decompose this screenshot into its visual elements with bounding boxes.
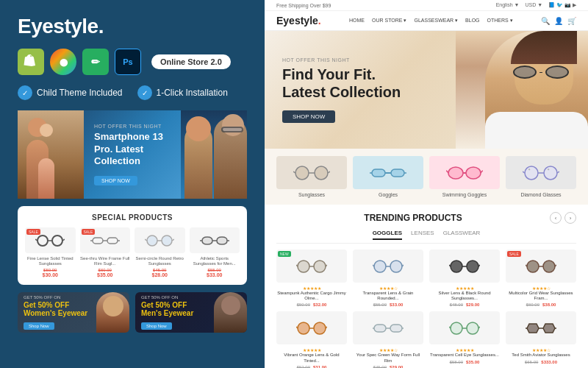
price-new-7: $35.00 (466, 360, 479, 364)
trending-img-5 (276, 311, 347, 344)
trending-img-7 (429, 311, 500, 344)
trending-title: TRENDING PRODUCTS (276, 213, 550, 223)
next-arrow[interactable]: › (564, 212, 576, 224)
trending-glasses-5 (296, 321, 327, 336)
social-icons: 📘 🐦 📷 ▶ (548, 2, 576, 8)
price-old-3: $48.00 (450, 302, 463, 307)
price-old-7: $58.00 (450, 360, 463, 364)
svg-point-11 (162, 236, 172, 246)
product-image-4 (190, 227, 240, 253)
product-price-new-3: $28.00 (135, 272, 185, 277)
topbar-text: Free Shipping Over $99 (276, 3, 331, 8)
svg-point-39 (314, 261, 326, 272)
trending-prices-5: $52.00 $31.00 (276, 365, 347, 368)
svg-rect-24 (391, 169, 404, 177)
trending-prices-1: $50.00 $32.00 (276, 302, 347, 307)
svg-point-19 (315, 166, 328, 180)
nav-others[interactable]: OTHERS ▾ (487, 18, 513, 24)
topbar-right: English ▼ USD ▼ 📘 🐦 📷 ▶ (496, 2, 576, 8)
trending-img-6 (353, 311, 423, 344)
stars-4: ★★★★☆ (506, 286, 576, 291)
svg-rect-6 (107, 238, 118, 244)
trending-item-2: ★★★★☆ Transparent Lens & Grain Rounded..… (353, 250, 423, 307)
product-item-2: SALE See-thru Wire Frame Full Rim Sugl..… (80, 227, 131, 277)
trending-tabs: GOGGLES LENSES GLASSWEAR (276, 230, 576, 244)
trending-img-8 (506, 311, 576, 344)
user-icon[interactable]: 👤 (554, 17, 563, 25)
svg-point-10 (147, 236, 157, 246)
site-hero-tag: HOT OFFER THIS NIGHT (282, 57, 570, 63)
nav-glasseswear[interactable]: GLASSESWEAR ▾ (414, 18, 458, 24)
swimming-goggles-svg (446, 165, 483, 181)
trending-item-7: ★★★★★ Transparent Cell Eye Sunglasses...… (429, 311, 500, 368)
svg-rect-63 (374, 325, 386, 332)
offer-men-button[interactable]: Shop Now (141, 322, 172, 330)
category-img-swimming (429, 156, 500, 189)
svg-point-1 (52, 236, 62, 246)
product-name-3: Semi-circle Round Retro Sunglasses (135, 256, 185, 266)
product-name-4: Athletic Sports Sunglasses for Men... (190, 256, 240, 266)
sunglasses-svg (293, 165, 330, 181)
site-topbar: Free Shipping Over $99 English ▼ USD ▼ 📘… (265, 0, 588, 11)
svg-point-58 (298, 322, 309, 334)
child-theme-feature: ✓ Child Theme Included (18, 85, 123, 100)
category-img-goggles (353, 156, 423, 189)
product-image-2: SALE (80, 227, 131, 253)
trending-prices-4: $60.00 $38.00 (506, 302, 576, 307)
category-sunglasses[interactable]: Sunglasses (276, 156, 347, 197)
offer-women-button[interactable]: Shop Now (24, 322, 54, 330)
glasses-icon-3 (145, 234, 174, 247)
svg-point-18 (295, 166, 309, 180)
cart-icon[interactable]: 🛒 (567, 17, 576, 25)
trending-name-1: Steampunk Authentic Cargo Jimmy Olme... (276, 291, 347, 301)
stars-2: ★★★★☆ (353, 286, 423, 291)
price-new-5: $31.00 (313, 365, 326, 368)
category-name-sunglasses: Sunglasses (276, 192, 347, 197)
nav-home[interactable]: HOME (349, 18, 365, 24)
child-theme-label: Child Theme Included (37, 88, 123, 98)
category-goggles[interactable]: Goggles (353, 156, 423, 197)
hero-card-button[interactable]: SHOP NOW (94, 176, 137, 185)
trending-glasses-6 (373, 321, 404, 336)
category-name-diamond: Diamond Glasses (506, 192, 576, 197)
svg-point-38 (298, 261, 309, 272)
special-products-title: SPECIAL PRODUCTS (25, 213, 240, 222)
new-badge-1: NEW (278, 251, 291, 257)
search-icon[interactable]: 🔍 (541, 17, 550, 25)
product-name-1: Fine Lense Solid Tinted Sunglasses (25, 256, 76, 266)
category-diamond[interactable]: ✦ ✦ Diamond Glasses (506, 156, 576, 197)
currency-select[interactable]: USD ▼ (526, 2, 543, 8)
site-hero-content: HOT OFFER THIS NIGHT Find Your Fit.Lates… (265, 43, 588, 138)
nav-blog[interactable]: BLOG (465, 18, 479, 24)
tab-lenses[interactable]: LENSES (411, 230, 434, 240)
product-item-1: SALE Fine Lense Solid Tinted Sunglasses … (25, 227, 76, 277)
trending-name-6: Your Spec Green Way Form Full Rim (353, 353, 423, 363)
offer-men-person (214, 292, 247, 333)
trending-header: TRENDING PRODUCTS ‹ › (276, 212, 576, 224)
trending-item-6: ★★★★☆ Your Spec Green Way Form Full Rim … (353, 311, 423, 368)
price-old-6: $45.00 (373, 365, 387, 368)
trending-glasses-8 (526, 321, 556, 336)
price-new-1: $32.00 (313, 302, 326, 307)
trending-glasses-2 (373, 259, 404, 274)
offer-women-big: Get 50% OFFWomen's Eyewear (24, 301, 87, 317)
tab-goggles[interactable]: GOGGLES (373, 230, 402, 240)
trending-grid-row1: NEW ★★★★★ Steampunk Authentic Cargo Jimm… (276, 250, 576, 307)
language-select[interactable]: English ▼ (496, 2, 520, 8)
category-name-swimming: Swimming Goggles (429, 192, 500, 197)
tab-glasswear[interactable]: GLASSWEAR (443, 230, 481, 240)
stars-1: ★★★★★ (276, 286, 347, 291)
trending-img-1: NEW (276, 250, 347, 283)
site-hero-button[interactable]: SHOP NOW (282, 110, 335, 123)
product-image-3 (135, 227, 185, 253)
prev-arrow[interactable]: ‹ (550, 212, 562, 224)
left-panel: Eyestyle. ⬤ ✏ Ps Online Store 2.0 ✓ Chil… (0, 0, 265, 368)
product-image-1: SALE (25, 227, 76, 253)
pencil-icon: ✏ (82, 49, 109, 75)
brand-title: Eyestyle. (18, 15, 247, 38)
glasses-icon-4 (200, 234, 229, 247)
preview-cards: HOT OFFER THIS NIGHT Smartphone 13 Pro. … (18, 110, 247, 353)
nav-store[interactable]: OUR STORE ▾ (372, 18, 406, 24)
price-new-2: $33.00 (390, 302, 403, 307)
category-swimming[interactable]: Swimming Goggles (429, 156, 500, 197)
